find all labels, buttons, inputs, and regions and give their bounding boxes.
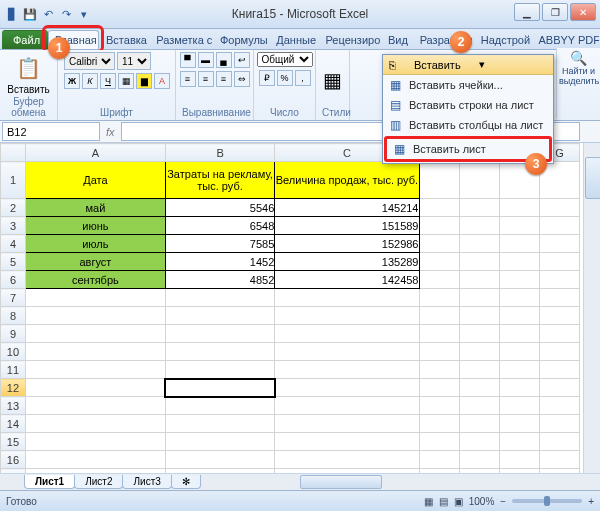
styles-icon[interactable]: ▦ [322, 64, 343, 96]
font-size-select[interactable]: 11 [117, 52, 151, 70]
align-bot-button[interactable]: ▄ [216, 52, 232, 68]
align-left-button[interactable]: ≡ [180, 71, 196, 87]
find-icon[interactable]: 🔍 [559, 50, 598, 66]
fill-color-button[interactable]: ▆ [136, 73, 152, 89]
paste-icon[interactable]: 📋 [13, 52, 45, 84]
cell-B8[interactable] [165, 307, 275, 325]
cell-D13[interactable] [419, 397, 459, 415]
cell-A11[interactable] [25, 361, 165, 379]
cell-C6[interactable]: 142458 [275, 271, 419, 289]
minimize-button[interactable]: ▁ [514, 3, 540, 21]
tab-data[interactable]: Данные [269, 30, 318, 49]
save-icon[interactable]: 💾 [22, 6, 38, 22]
cell-F4[interactable] [499, 235, 539, 253]
cell-A14[interactable] [25, 415, 165, 433]
row-header-13[interactable]: 13 [1, 397, 26, 415]
number-format-select[interactable]: Общий [257, 52, 313, 67]
sheet-tab-1[interactable]: Лист1 [24, 475, 75, 489]
cell-E3[interactable] [459, 217, 499, 235]
cell-G12[interactable] [539, 379, 579, 397]
cell-F13[interactable] [499, 397, 539, 415]
cell-E14[interactable] [459, 415, 499, 433]
cell-F6[interactable] [499, 271, 539, 289]
menu-insert-columns[interactable]: ▥ Вставить столбцы на лист [383, 115, 553, 135]
currency-button[interactable]: ₽ [259, 70, 275, 86]
font-name-select[interactable]: Calibri [64, 52, 115, 70]
italic-button[interactable]: К [82, 73, 98, 89]
percent-button[interactable]: % [277, 70, 293, 86]
cell-C5[interactable]: 135289 [275, 253, 419, 271]
bold-button[interactable]: Ж [64, 73, 80, 89]
row-header-12[interactable]: 12 [1, 379, 26, 397]
align-top-button[interactable]: ▀ [180, 52, 196, 68]
cell-F16[interactable] [499, 451, 539, 469]
row-header-15[interactable]: 15 [1, 433, 26, 451]
row-header-7[interactable]: 7 [1, 289, 26, 307]
cell-B14[interactable] [165, 415, 275, 433]
merge-button[interactable]: ⇔ [234, 71, 250, 87]
cell-E9[interactable] [459, 325, 499, 343]
cell-G14[interactable] [539, 415, 579, 433]
close-button[interactable]: ✕ [570, 3, 596, 21]
cell-E10[interactable] [459, 343, 499, 361]
align-center-button[interactable]: ≡ [198, 71, 214, 87]
cell-G11[interactable] [539, 361, 579, 379]
cell-B7[interactable] [165, 289, 275, 307]
row-header-3[interactable]: 3 [1, 217, 26, 235]
cell-G16[interactable] [539, 451, 579, 469]
cell-B4[interactable]: 7585 [165, 235, 275, 253]
cell-E13[interactable] [459, 397, 499, 415]
row-header-8[interactable]: 8 [1, 307, 26, 325]
row-header-6[interactable]: 6 [1, 271, 26, 289]
undo-icon[interactable]: ↶ [40, 6, 56, 22]
cell-G15[interactable] [539, 433, 579, 451]
comma-button[interactable]: , [295, 70, 311, 86]
cell-F12[interactable] [499, 379, 539, 397]
cell-E7[interactable] [459, 289, 499, 307]
cell-G10[interactable] [539, 343, 579, 361]
zoom-in-button[interactable]: + [588, 496, 594, 507]
row-header-10[interactable]: 10 [1, 343, 26, 361]
row-header-4[interactable]: 4 [1, 235, 26, 253]
vscroll-thumb[interactable] [585, 157, 600, 199]
cell-A8[interactable] [25, 307, 165, 325]
cell-E1[interactable] [459, 162, 499, 199]
cell-C4[interactable]: 152986 [275, 235, 419, 253]
col-header-A[interactable]: A [25, 144, 165, 162]
cell-A3[interactable]: июнь [25, 217, 165, 235]
cell-D2[interactable] [419, 199, 459, 217]
row-header-2[interactable]: 2 [1, 199, 26, 217]
cell-G2[interactable] [539, 199, 579, 217]
cell-G5[interactable] [539, 253, 579, 271]
cell-A1[interactable]: Дата [25, 162, 165, 199]
tab-addins[interactable]: Надстрой [474, 30, 532, 49]
cell-C1[interactable]: Величина продаж, тыс. руб. [275, 162, 419, 199]
zoom-out-button[interactable]: − [500, 496, 506, 507]
cell-A15[interactable] [25, 433, 165, 451]
cell-D10[interactable] [419, 343, 459, 361]
menu-insert-cells[interactable]: ▦ Вставить ячейки... [383, 75, 553, 95]
cell-F10[interactable] [499, 343, 539, 361]
cell-B1[interactable]: Затраты на рекламу, тыс. руб. [165, 162, 275, 199]
row-header-1[interactable]: 1 [1, 162, 26, 199]
row-header-14[interactable]: 14 [1, 415, 26, 433]
tab-file[interactable]: Файл [2, 30, 48, 49]
qat-more-icon[interactable]: ▾ [76, 6, 92, 22]
cell-E16[interactable] [459, 451, 499, 469]
cell-E15[interactable] [459, 433, 499, 451]
cell-F3[interactable] [499, 217, 539, 235]
cell-B10[interactable] [165, 343, 275, 361]
cell-D6[interactable] [419, 271, 459, 289]
cell-B2[interactable]: 5546 [165, 199, 275, 217]
sheet-tab-3[interactable]: Лист3 [122, 475, 171, 489]
cell-B3[interactable]: 6548 [165, 217, 275, 235]
cell-A16[interactable] [25, 451, 165, 469]
cell-C13[interactable] [275, 397, 419, 415]
redo-icon[interactable]: ↷ [58, 6, 74, 22]
fx-icon[interactable]: fx [106, 126, 115, 138]
cell-F2[interactable] [499, 199, 539, 217]
cell-C14[interactable] [275, 415, 419, 433]
cell-F8[interactable] [499, 307, 539, 325]
horizontal-scrollbar[interactable] [290, 475, 584, 489]
cell-D11[interactable] [419, 361, 459, 379]
